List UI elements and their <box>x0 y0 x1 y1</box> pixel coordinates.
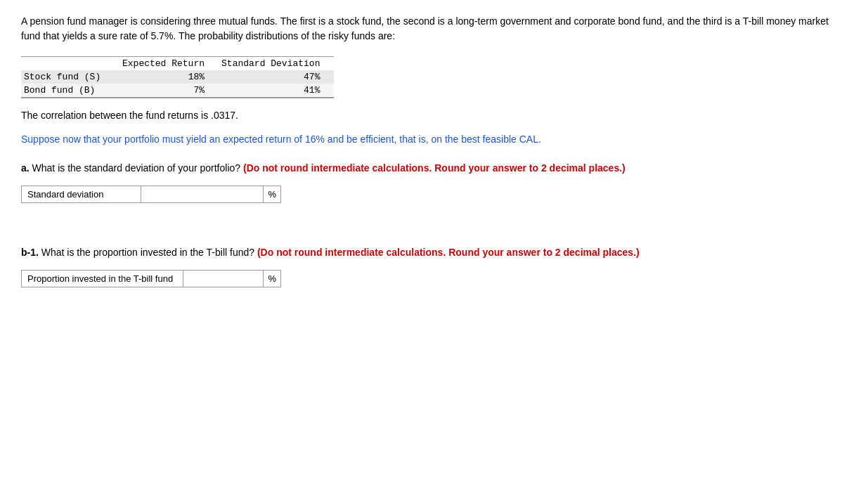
table-empty-header <box>21 57 119 71</box>
proportion-input-row: Proportion invested in the T-bill fund % <box>21 270 281 287</box>
table-header-expected-return: Expected Return <box>119 57 219 71</box>
std-dev-input-row: Standard deviation % <box>21 186 281 203</box>
question-b1-label: b-1. What is the proportion invested in … <box>21 245 829 260</box>
fund-table: Expected Return Standard Deviation Stock… <box>21 56 334 98</box>
bond-fund-label: Bond fund (B) <box>21 84 119 98</box>
correlation-value-text: The correlation between the fund returns… <box>21 110 238 121</box>
question-a-text: What is the standard deviation of your p… <box>30 162 240 174</box>
stock-fund-label: Stock fund (S) <box>21 70 119 84</box>
suppose-text: Suppose now that your portfolio must yie… <box>21 132 847 147</box>
intro-text: A pension fund manager is considering th… <box>21 15 829 41</box>
proportion-field-wrapper <box>183 271 264 287</box>
std-dev-input-label: Standard deviation <box>22 186 141 202</box>
suppose-blue-text: Suppose now that your portfolio must yie… <box>21 134 541 145</box>
std-dev-percent-label: % <box>264 186 280 202</box>
table-row: Bond fund (B) 7% 41% <box>21 84 334 98</box>
question-a-block: a. What is the standard deviation of you… <box>21 161 847 203</box>
intro-paragraph: A pension fund manager is considering th… <box>21 14 829 44</box>
question-b1-strong: b-1. <box>21 247 39 258</box>
std-dev-field-wrapper <box>141 186 264 202</box>
question-b1-text: What is the proportion invested in the T… <box>39 247 254 258</box>
question-a-strong: a. <box>21 162 30 174</box>
question-a-instruction: (Do not round intermediate calculations.… <box>240 162 626 174</box>
bond-fund-expected-return: 7% <box>119 84 219 98</box>
correlation-text: The correlation between the fund returns… <box>21 110 847 121</box>
fund-table-wrapper: Expected Return Standard Deviation Stock… <box>21 56 847 98</box>
proportion-input[interactable] <box>183 271 263 287</box>
question-b1-instruction: (Do not round intermediate calculations.… <box>254 247 640 258</box>
table-header-std-dev: Standard Deviation <box>219 57 334 71</box>
question-b1-block: b-1. What is the proportion invested in … <box>21 245 847 287</box>
table-row: Stock fund (S) 18% 47% <box>21 70 334 84</box>
bond-fund-std-dev: 41% <box>219 84 334 98</box>
std-dev-input[interactable] <box>141 186 263 202</box>
stock-fund-expected-return: 18% <box>119 70 219 84</box>
question-a-label: a. What is the standard deviation of you… <box>21 161 829 176</box>
proportion-input-label: Proportion invested in the T-bill fund <box>22 271 183 287</box>
stock-fund-std-dev: 47% <box>219 70 334 84</box>
proportion-percent-label: % <box>264 271 280 287</box>
